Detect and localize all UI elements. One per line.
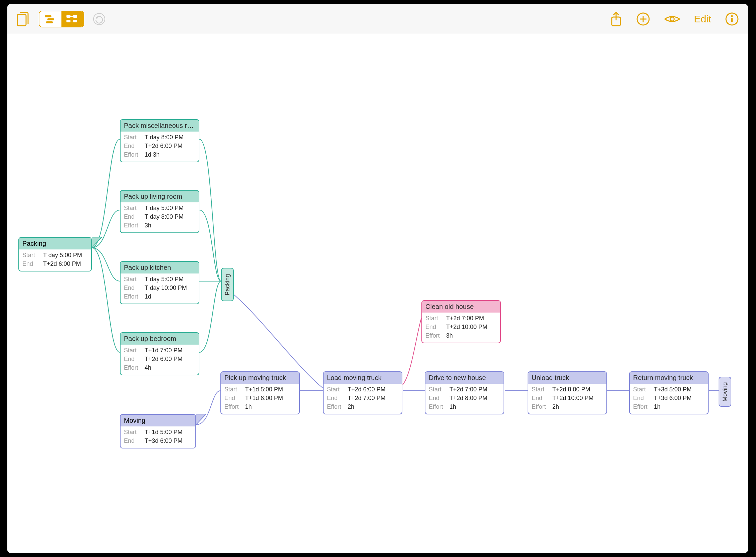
value-end: T+2d 8:00 PM bbox=[449, 394, 488, 402]
svg-marker-11 bbox=[95, 17, 98, 19]
svg-rect-3 bbox=[46, 21, 53, 23]
info-circle-icon bbox=[725, 12, 739, 26]
value-effort: 1h bbox=[654, 402, 661, 411]
value-start: T+1d 5:00 PM bbox=[245, 385, 283, 394]
label-effort: Effort bbox=[124, 292, 141, 301]
label-effort: Effort bbox=[327, 402, 344, 411]
task-title: Load moving truck bbox=[324, 372, 402, 384]
value-effort: 2h bbox=[552, 402, 559, 411]
value-start: T+3d 5:00 PM bbox=[654, 385, 692, 394]
undo-button[interactable] bbox=[92, 12, 106, 26]
task-return-truck[interactable]: Return moving truck StartT+3d 5:00 PM En… bbox=[629, 371, 708, 414]
label-start: Start bbox=[124, 428, 141, 436]
app-window: Edit bbox=[7, 4, 748, 553]
value-start: T day 5:00 PM bbox=[145, 275, 184, 284]
value-effort: 1h bbox=[245, 402, 252, 411]
preview-button[interactable] bbox=[664, 13, 680, 25]
task-title: Pick up moving truck bbox=[221, 372, 299, 384]
label-start: Start bbox=[633, 385, 650, 394]
value-end: T+2d 6:00 PM bbox=[43, 260, 81, 268]
value-effort: 1d bbox=[145, 292, 151, 301]
task-unload[interactable]: Unload truck StartT+2d 8:00 PM EndT+2d 1… bbox=[528, 371, 607, 414]
task-title: Pack up living room bbox=[120, 191, 199, 202]
task-pack-living[interactable]: Pack up living room StartT day 5:00 PM E… bbox=[120, 190, 199, 233]
undo-icon bbox=[92, 12, 106, 26]
value-end: T day 8:00 PM bbox=[145, 212, 184, 221]
value-effort: 2h bbox=[348, 402, 354, 411]
svg-rect-20 bbox=[731, 18, 733, 22]
svg-marker-22 bbox=[196, 414, 206, 425]
info-button[interactable] bbox=[725, 12, 739, 26]
group-title: Packing bbox=[19, 238, 91, 250]
svg-rect-4 bbox=[66, 15, 70, 18]
value-end: T+3d 6:00 PM bbox=[145, 436, 183, 445]
plus-circle-icon bbox=[636, 12, 650, 26]
value-end: T+2d 7:00 PM bbox=[348, 394, 386, 402]
label-effort: Effort bbox=[633, 402, 650, 411]
view-mode-segmented[interactable] bbox=[39, 11, 84, 27]
add-button[interactable] bbox=[636, 12, 650, 26]
label-effort: Effort bbox=[124, 221, 141, 230]
value-start: T day 5:00 PM bbox=[145, 204, 184, 212]
svg-rect-6 bbox=[66, 20, 70, 22]
view-mode-gantt[interactable] bbox=[39, 11, 61, 27]
value-start: T+2d 7:00 PM bbox=[449, 385, 488, 394]
label-start: Start bbox=[22, 251, 40, 260]
task-clean-old-house[interactable]: Clean old house StartT+2d 7:00 PM EndT+2… bbox=[421, 300, 501, 343]
svg-rect-7 bbox=[73, 20, 77, 22]
task-pick-up-truck[interactable]: Pick up moving truck StartT+1d 5:00 PM E… bbox=[221, 371, 300, 414]
label-start: Start bbox=[532, 385, 549, 394]
value-effort: 4h bbox=[145, 363, 151, 372]
task-title: Pack up kitchen bbox=[120, 262, 199, 273]
label-end: End bbox=[124, 142, 141, 150]
task-title: Clean old house bbox=[422, 301, 500, 313]
task-pack-kitchen[interactable]: Pack up kitchen StartT day 5:00 PM EndT … bbox=[120, 261, 199, 304]
edit-button[interactable]: Edit bbox=[694, 13, 711, 25]
label-effort: Effort bbox=[426, 331, 443, 340]
toolbar: Edit bbox=[7, 4, 748, 34]
milestone-moving[interactable]: Moving bbox=[719, 377, 731, 407]
value-start: T day 8:00 PM bbox=[145, 133, 184, 142]
share-button[interactable] bbox=[610, 11, 622, 27]
value-start: T day 5:00 PM bbox=[43, 251, 82, 260]
gantt-icon bbox=[44, 14, 57, 24]
value-start: T+2d 6:00 PM bbox=[348, 385, 386, 394]
group-moving[interactable]: Moving StartT+1d 5:00 PM EndT+3d 6:00 PM bbox=[120, 414, 196, 448]
value-effort: 3h bbox=[145, 221, 151, 230]
value-end: T day 10:00 PM bbox=[145, 284, 187, 292]
group-title: Moving bbox=[120, 415, 195, 427]
label-end: End bbox=[429, 394, 446, 402]
milestone-packing[interactable]: Packing bbox=[221, 268, 234, 301]
task-load-truck[interactable]: Load moving truck StartT+2d 6:00 PM EndT… bbox=[323, 371, 402, 414]
label-end: End bbox=[124, 212, 141, 221]
label-end: End bbox=[532, 394, 549, 402]
network-canvas[interactable]: Packing StartT day 5:00 PM EndT+2d 6:00 … bbox=[7, 34, 748, 553]
toolbar-left bbox=[16, 11, 106, 27]
task-pack-bedroom[interactable]: Pack up bedroom StartT+1d 7:00 PM EndT+2… bbox=[120, 332, 199, 375]
document-stack-icon bbox=[16, 11, 31, 27]
svg-point-17 bbox=[670, 17, 674, 21]
task-title: Pack miscellaneous ro… bbox=[120, 120, 199, 131]
label-effort: Effort bbox=[532, 402, 549, 411]
svg-rect-0 bbox=[17, 14, 26, 26]
value-start: T+2d 7:00 PM bbox=[446, 314, 484, 323]
documents-button[interactable] bbox=[16, 11, 31, 27]
label-effort: Effort bbox=[124, 363, 141, 372]
label-start: Start bbox=[224, 385, 242, 394]
task-title: Return moving truck bbox=[630, 372, 708, 384]
value-start: T+1d 7:00 PM bbox=[145, 346, 183, 355]
label-end: End bbox=[327, 394, 344, 402]
value-end: T+2d 6:00 PM bbox=[145, 142, 183, 150]
label-start: Start bbox=[429, 385, 446, 394]
task-title: Unload truck bbox=[528, 372, 606, 384]
value-end: T+3d 6:00 PM bbox=[654, 394, 692, 402]
svg-point-19 bbox=[731, 15, 733, 17]
task-pack-misc[interactable]: Pack miscellaneous ro… StartT day 8:00 P… bbox=[120, 119, 199, 162]
task-drive[interactable]: Drive to new house StartT+2d 7:00 PM End… bbox=[425, 371, 504, 414]
eye-icon bbox=[664, 13, 680, 25]
svg-rect-5 bbox=[73, 15, 77, 18]
task-title: Pack up bedroom bbox=[120, 333, 199, 345]
group-packing[interactable]: Packing StartT day 5:00 PM EndT+2d 6:00 … bbox=[18, 237, 92, 271]
view-mode-network[interactable] bbox=[61, 11, 84, 27]
value-effort: 1h bbox=[449, 402, 456, 411]
